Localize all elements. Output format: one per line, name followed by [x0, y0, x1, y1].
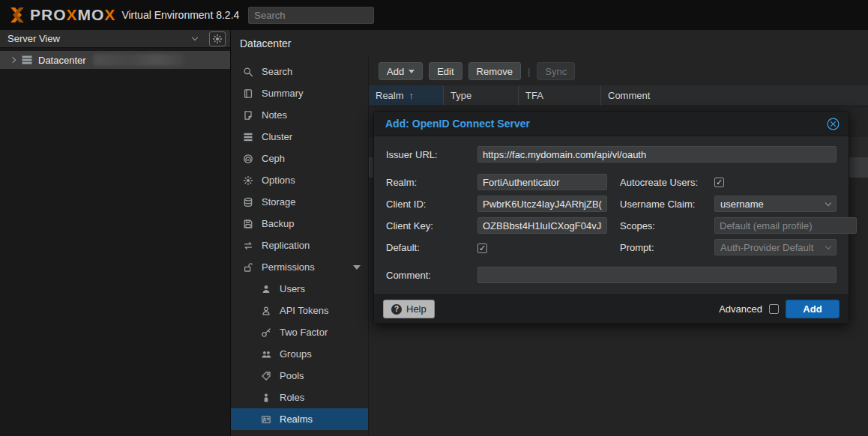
gear-icon [212, 34, 223, 44]
autocreate-users-checkbox[interactable]: ✓ [714, 178, 724, 187]
remove-button[interactable]: Remove [468, 62, 521, 80]
column-header-comment[interactable]: Comment [601, 85, 868, 106]
tag-icon [259, 371, 273, 381]
version-text: Virtual Environment 8.2.4 [121, 9, 239, 21]
sort-asc-icon: ↑ [409, 90, 415, 101]
user-outline-icon [259, 306, 273, 316]
gear-icon [241, 175, 255, 186]
default-checkbox[interactable]: ✓ [477, 243, 487, 253]
realm-label: Realm: [386, 177, 477, 188]
client-key-input[interactable] [477, 217, 607, 234]
menu-item-search[interactable]: Search [231, 61, 368, 82]
tree-expander-icon[interactable] [10, 57, 16, 63]
page-title: Datacenter [231, 30, 868, 56]
key-icon [259, 327, 273, 338]
menu-item-api-tokens[interactable]: API Tokens [231, 300, 368, 321]
menu-item-groups[interactable]: Groups [231, 343, 368, 365]
unlock-icon [241, 262, 255, 273]
menu-item-pools[interactable]: Pools [231, 365, 368, 387]
person-icon [259, 393, 273, 403]
column-header-realm[interactable]: Realm ↑ [369, 85, 444, 106]
resource-tree-panel: Server View Datacenter [0, 30, 231, 436]
global-search-input[interactable] [248, 7, 374, 24]
dialog-footer: ? Help Advanced Add [374, 294, 849, 323]
menu-item-ceph[interactable]: Ceph [231, 148, 368, 169]
scopes-input[interactable] [714, 217, 857, 234]
book-icon [241, 88, 255, 99]
menu-item-backup[interactable]: Backup [231, 213, 368, 234]
menu-item-roles[interactable]: Roles [231, 387, 368, 408]
client-id-label: Client ID: [386, 199, 477, 210]
search-icon [241, 67, 255, 77]
id-card-icon [259, 414, 273, 425]
comment-input[interactable] [477, 267, 837, 283]
tree-item-datacenter[interactable]: Datacenter [0, 51, 230, 69]
add-button[interactable]: Add [379, 62, 423, 80]
username-claim-label: Username Claim: [620, 199, 714, 210]
dialog-add-button[interactable]: Add [786, 300, 840, 318]
client-id-input[interactable] [477, 196, 607, 212]
server-stack-icon [21, 55, 33, 65]
cluster-icon [241, 132, 255, 142]
column-header-tfa[interactable]: TFA [519, 85, 601, 106]
comment-label: Comment: [386, 270, 477, 281]
proxmox-x-icon [7, 5, 27, 25]
dialog-title-bar[interactable]: Add: OpenID Connect Server [374, 112, 849, 136]
scopes-label: Scopes: [620, 220, 714, 231]
issuer-url-label: Issuer URL: [386, 149, 477, 160]
collapse-caret-icon[interactable] [353, 265, 361, 270]
menu-item-permissions[interactable]: Permissions [231, 256, 368, 278]
redacted-hostname [94, 54, 184, 66]
menu-item-ha[interactable]: HA [231, 430, 368, 436]
close-icon[interactable] [827, 118, 840, 130]
menu-item-cluster[interactable]: Cluster [231, 126, 368, 148]
prompt-label: Prompt: [620, 242, 714, 253]
chevron-down-icon [825, 199, 831, 205]
view-selector[interactable]: Server View [0, 30, 230, 48]
menu-item-replication[interactable]: Replication [231, 234, 368, 256]
edit-button[interactable]: Edit [429, 62, 462, 80]
menu-item-options[interactable]: Options [231, 169, 368, 191]
view-selector-label: Server View [7, 33, 193, 44]
dropdown-caret-icon [409, 70, 415, 73]
sync-arrows-icon [241, 240, 255, 251]
column-header-type[interactable]: Type [444, 85, 519, 106]
ceph-icon [241, 154, 255, 164]
username-claim-select[interactable]: username [714, 196, 837, 212]
menu-item-notes[interactable]: Notes [231, 104, 368, 126]
tree-settings-button[interactable] [209, 31, 226, 46]
dialog-title: Add: OpenID Connect Server [385, 118, 827, 130]
datacenter-menu: Search Summary Notes Cluster Ceph Option… [231, 56, 369, 436]
default-label: Default: [386, 242, 477, 253]
floppy-icon [241, 219, 255, 229]
autocreate-users-label: Autocreate Users: [620, 177, 714, 188]
advanced-label: Advanced [719, 303, 762, 315]
tree-item-label: Datacenter [38, 55, 86, 66]
issuer-url-input[interactable] [477, 146, 837, 163]
proxmox-logo: PROXMOX [7, 5, 115, 25]
realm-input[interactable] [477, 174, 607, 190]
top-bar: PROXMOX Virtual Environment 8.2.4 [0, 0, 868, 30]
chevron-down-icon [192, 34, 198, 40]
realms-table-header: Realm ↑ Type TFA Comment [369, 85, 868, 106]
database-icon [241, 197, 255, 208]
menu-item-two-factor[interactable]: Two Factor [231, 321, 368, 343]
prompt-select[interactable]: Auth-Provider Default [714, 239, 837, 255]
add-openid-dialog: Add: OpenID Connect Server Issuer URL: R… [373, 111, 849, 324]
menu-item-summary[interactable]: Summary [231, 82, 368, 104]
chevron-down-icon [825, 243, 831, 249]
realms-toolbar: Add Edit Remove | Sync [369, 56, 868, 80]
note-icon [241, 110, 255, 121]
question-icon: ? [391, 304, 402, 315]
proxmox-wordmark: PROXMOX [30, 6, 115, 24]
users-icon [259, 349, 273, 360]
advanced-checkbox[interactable] [769, 304, 779, 314]
menu-item-realms[interactable]: Realms [231, 408, 368, 430]
client-key-label: Client Key: [386, 220, 477, 231]
help-button[interactable]: ? Help [383, 300, 435, 318]
toolbar-separator: | [528, 66, 530, 77]
menu-item-storage[interactable]: Storage [231, 191, 368, 213]
user-icon [259, 284, 273, 294]
sync-button[interactable]: Sync [537, 62, 575, 80]
menu-item-users[interactable]: Users [231, 278, 368, 300]
